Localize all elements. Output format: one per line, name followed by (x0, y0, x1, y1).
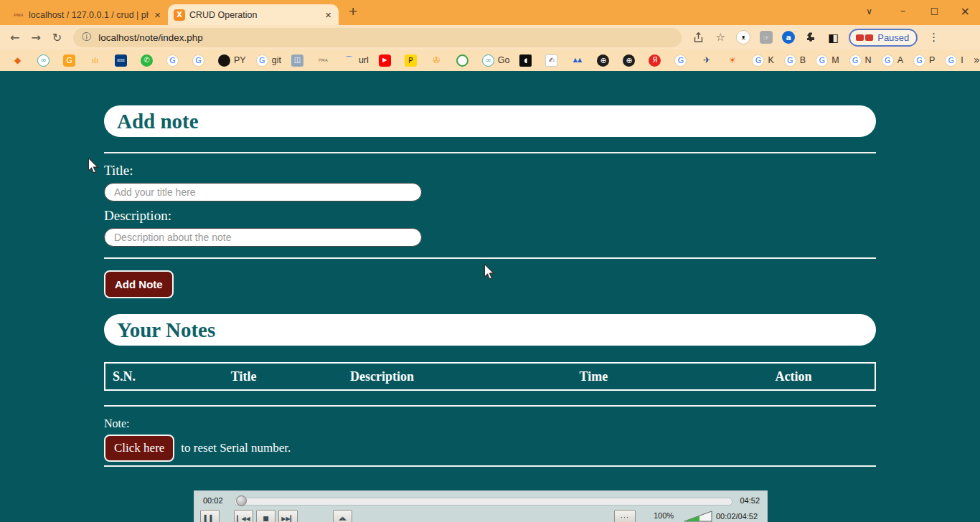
add-note-button[interactable]: Add Note (104, 270, 174, 298)
table-column-header: Description (283, 369, 475, 384)
browser-menu-icon[interactable]: ⋮ (928, 31, 939, 44)
a-extension-icon[interactable]: a (782, 31, 795, 44)
reset-serial-button[interactable]: Click here (104, 435, 174, 462)
google-icon[interactable]: G N (849, 54, 872, 67)
tab-strip: PMA localhost / 127.0.0.1 / crud | phpMy… (0, 0, 980, 25)
google-icon[interactable]: G git (256, 54, 281, 67)
description-input[interactable] (104, 228, 422, 247)
window-close-button[interactable]: × (961, 4, 970, 18)
plane-icon[interactable]: ✈ (700, 54, 716, 67)
google-icon[interactable]: G (192, 54, 208, 67)
title-input[interactable] (104, 183, 422, 201)
new-tab-button[interactable]: + (349, 3, 357, 23)
seek-knob[interactable] (236, 495, 247, 506)
add-note-header: Add note (104, 105, 876, 137)
ieee-icon[interactable]: IEEE (115, 54, 131, 67)
maximize-button[interactable]: □ (930, 6, 938, 16)
media-player: 00:02 04:52 ▍▍ ▎◀◀ ■ ▶▶▎ ◢◣ ··· 100% 00:… (194, 490, 768, 522)
google-icon[interactable]: G K (752, 54, 773, 67)
reload-icon[interactable]: ↻ (52, 31, 62, 44)
previous-button[interactable]: ▎◀◀ (234, 510, 253, 522)
google-icon[interactable]: G (674, 54, 690, 67)
volume-wedge-icon[interactable] (684, 511, 712, 522)
note-label: Note: (104, 417, 876, 430)
tab-crud-operation[interactable]: X CRUD Operation × (168, 4, 339, 25)
table-column-header: S.N. (105, 369, 198, 384)
tab-title: CRUD Operation (189, 10, 319, 20)
browser-window: PMA localhost / 127.0.0.1 / crud | phpMy… (0, 0, 980, 71)
bird-icon[interactable]: ◖ (519, 54, 535, 67)
share-icon[interactable] (692, 31, 705, 44)
dark-mode-extension-icon[interactable]: ◧ (826, 31, 839, 44)
forward-icon[interactable]: → (31, 31, 40, 44)
idm-icon (856, 34, 873, 41)
bar-chart-icon[interactable]: ılı (89, 54, 105, 67)
bookmarks-overflow-icon[interactable]: » (974, 54, 980, 67)
app-badge-icon[interactable]: ◫ (291, 54, 307, 67)
globe-icon[interactable]: ⊕ (623, 54, 639, 67)
your-notes-header: Your Notes (104, 314, 876, 346)
download-paused-badge[interactable]: Paused (849, 29, 918, 47)
person-icon[interactable]: ✍ (545, 54, 561, 67)
shapes-icon[interactable]: ◆ (11, 54, 27, 67)
divider (104, 405, 876, 407)
whatsapp-icon[interactable]: ✆ (141, 54, 156, 67)
description-label: Description: (104, 208, 876, 224)
sun-eye-icon[interactable]: ☀ (726, 54, 742, 67)
url-arc-icon[interactable]: ⌒ url (343, 54, 369, 67)
next-button[interactable]: ▶▶▎ (278, 510, 298, 522)
p-yellow-icon[interactable]: P (405, 54, 420, 67)
github-icon[interactable]: PY (218, 54, 246, 67)
phpmyadmin-icon[interactable]: PMA (317, 54, 333, 67)
back-icon[interactable]: ← (10, 31, 19, 44)
google-icon[interactable]: G (166, 54, 182, 67)
paused-label: Paused (877, 32, 909, 43)
godaddy-icon[interactable]: ∞ (37, 54, 53, 67)
bookmark-star-icon[interactable]: ☆ (714, 31, 727, 44)
elapsed-time: 00:02 (203, 496, 223, 505)
phpmyadmin-favicon: PMA (13, 9, 24, 21)
minimize-button[interactable]: – (900, 4, 905, 16)
address-bar[interactable]: ⓘ localhost/note/index.php (73, 28, 682, 47)
time-display: 00:02/04:52 (716, 512, 758, 521)
web-page: Add note Title: Description: Add Note Yo… (0, 71, 980, 522)
divider (104, 465, 876, 467)
google-icon[interactable]: G P (913, 54, 935, 67)
video-camera-icon[interactable]: ✇ (430, 54, 446, 67)
seek-bar[interactable] (234, 498, 732, 506)
green-ring-icon[interactable] (456, 54, 472, 67)
total-duration: 04:52 (740, 496, 760, 505)
close-tab-icon[interactable]: × (153, 9, 162, 21)
google-icon[interactable]: G I (945, 54, 963, 67)
bookmarks-bar: ◆ ∞ G ılı IEEE ✆ (0, 49, 980, 71)
toolbar-right: ☆ ᴥ ☞ a ◧ Paused ⋮ (692, 29, 946, 47)
table-column-header: Time (475, 369, 706, 384)
tab-title: localhost / 127.0.0.1 / crud | phpMyAdmi… (29, 10, 149, 20)
xampp-favicon: X (174, 9, 185, 21)
table-column-header: Action (705, 369, 875, 384)
google-icon[interactable]: G M (816, 54, 839, 67)
godaddy-icon[interactable]: ∞ Go (482, 54, 510, 67)
yandex-icon[interactable]: Я (649, 54, 664, 67)
globe-icon[interactable]: ⊕ (597, 54, 613, 67)
divider (104, 257, 876, 259)
reset-text: to reset Serial number. (181, 441, 291, 455)
panda-extension-icon[interactable]: ᴥ (736, 30, 750, 44)
orange-g-icon[interactable]: G (63, 54, 79, 67)
stop-button[interactable]: ■ (256, 510, 275, 522)
extensions-puzzle-icon[interactable] (804, 31, 817, 44)
step-button[interactable]: ◢◣ (333, 510, 352, 522)
google-icon[interactable]: G B (784, 54, 806, 67)
divider (104, 152, 876, 153)
pause-button[interactable]: ▍▍ (200, 510, 220, 522)
tab-search-icon[interactable]: ∨ (866, 6, 872, 16)
mountains-icon[interactable]: ▲▲ (571, 54, 587, 67)
control-box-button[interactable]: ··· (614, 510, 636, 522)
table-column-header: Title (198, 369, 283, 384)
close-tab-icon[interactable]: × (324, 9, 333, 21)
pointer-extension-icon[interactable]: ☞ (760, 31, 773, 44)
youtube-icon[interactable]: ▶ (379, 54, 395, 67)
site-info-icon[interactable]: ⓘ (82, 31, 91, 44)
google-icon[interactable]: G A (882, 54, 903, 67)
tab-phpmyadmin[interactable]: PMA localhost / 127.0.0.1 / crud | phpMy… (7, 4, 168, 25)
